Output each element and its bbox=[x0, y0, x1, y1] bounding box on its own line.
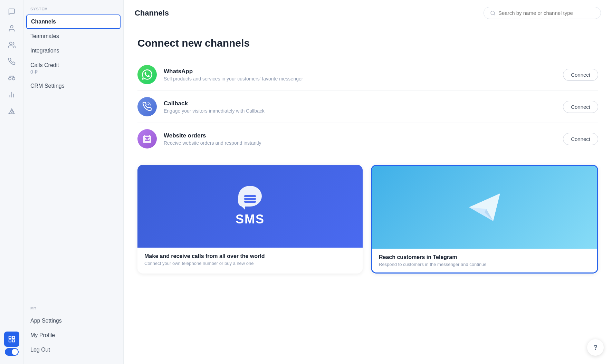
sms-footer-title: Make and receive calls from all over the… bbox=[144, 253, 356, 259]
search-input[interactable] bbox=[498, 10, 594, 16]
contacts-icon[interactable] bbox=[4, 21, 19, 36]
telegram-footer-title: Reach customers in Telegram bbox=[379, 254, 590, 260]
svg-rect-10 bbox=[9, 340, 11, 342]
sms-card-footer: Make and receive calls from all over the… bbox=[137, 248, 363, 271]
channel-item-whatsapp: WhatsApp Sell products and services in y… bbox=[137, 59, 598, 91]
callback-icon bbox=[137, 97, 157, 116]
sidebar-item-calls-credit[interactable]: Calls Credit 0 ₽ bbox=[23, 58, 123, 79]
whatsapp-info: WhatsApp Sell products and services in y… bbox=[164, 68, 556, 82]
svg-point-3 bbox=[12, 77, 15, 80]
left-sidebar: SYSTEM Channels Teammates Integrations C… bbox=[23, 0, 124, 364]
search-box[interactable] bbox=[484, 7, 601, 19]
connect-title: Connect new channels bbox=[137, 37, 598, 49]
telegram-plane-icon bbox=[466, 190, 504, 224]
binoculars-icon[interactable] bbox=[4, 70, 19, 86]
phone-icon[interactable] bbox=[4, 54, 19, 69]
icon-sidebar bbox=[0, 0, 23, 364]
whatsapp-connect-button[interactable]: Connect bbox=[563, 69, 598, 81]
channel-list: WhatsApp Sell products and services in y… bbox=[137, 59, 598, 155]
chat-icon[interactable] bbox=[4, 4, 19, 19]
my-section-label: MY bbox=[23, 306, 123, 314]
website-orders-connect-button[interactable]: Connect bbox=[563, 133, 598, 145]
svg-point-2 bbox=[8, 77, 11, 80]
main-content: Channels Connect new channels WhatsApp bbox=[124, 0, 612, 364]
main-header: Channels bbox=[124, 0, 612, 26]
help-button[interactable]: ? bbox=[587, 339, 604, 356]
sidebar-item-teammates[interactable]: Teammates bbox=[23, 29, 123, 44]
search-icon bbox=[490, 10, 496, 16]
channel-item-website-orders: Website orders Receive website orders an… bbox=[137, 123, 598, 155]
website-orders-desc: Receive website orders and respond insta… bbox=[164, 140, 556, 146]
whatsapp-desc: Sell products and services in your custo… bbox=[164, 76, 556, 82]
callback-name: Callback bbox=[164, 100, 556, 107]
svg-rect-7 bbox=[9, 336, 11, 338]
sidebar-item-log-out[interactable]: Log Out bbox=[23, 343, 123, 357]
website-orders-icon bbox=[137, 129, 157, 149]
settings-icon[interactable] bbox=[4, 332, 19, 347]
sms-bubble-icon bbox=[238, 186, 262, 207]
crown-icon[interactable] bbox=[4, 104, 19, 119]
sidebar-item-integrations[interactable]: Integrations bbox=[23, 44, 123, 58]
svg-marker-13 bbox=[469, 193, 500, 221]
svg-rect-9 bbox=[12, 340, 14, 342]
svg-rect-8 bbox=[12, 336, 14, 338]
channel-item-callback: Callback Engage your visitors immediatel… bbox=[137, 91, 598, 123]
sms-card[interactable]: SMS Make and receive calls from all over… bbox=[137, 165, 363, 274]
svg-point-0 bbox=[10, 26, 13, 28]
callback-connect-button[interactable]: Connect bbox=[563, 101, 598, 113]
toggle-switch[interactable] bbox=[4, 348, 19, 360]
whatsapp-icon bbox=[137, 65, 157, 84]
sidebar-item-my-profile[interactable]: My Profile bbox=[23, 328, 123, 343]
sidebar-item-crm-settings[interactable]: CRM Settings bbox=[23, 79, 123, 93]
cards-row: SMS Make and receive calls from all over… bbox=[137, 165, 598, 274]
telegram-footer-desc: Respond to customers in the messenger an… bbox=[379, 262, 590, 267]
website-orders-info: Website orders Receive website orders an… bbox=[164, 132, 556, 146]
whatsapp-name: WhatsApp bbox=[164, 68, 556, 75]
team-icon[interactable] bbox=[4, 37, 19, 52]
analytics-icon[interactable] bbox=[4, 87, 19, 102]
sms-footer-desc: Connect your own telephone number or buy… bbox=[144, 261, 356, 266]
telegram-card[interactable]: Reach customers in Telegram Respond to c… bbox=[371, 165, 598, 274]
callback-info: Callback Engage your visitors immediatel… bbox=[164, 100, 556, 114]
sidebar-item-channels[interactable]: Channels bbox=[26, 15, 121, 29]
content-area: Connect new channels WhatsApp Sell produ… bbox=[124, 26, 612, 364]
website-orders-name: Website orders bbox=[164, 132, 556, 139]
system-section-label: SYSTEM bbox=[23, 7, 123, 15]
svg-point-1 bbox=[9, 42, 12, 45]
callback-desc: Engage your visitors immediately with Ca… bbox=[164, 108, 556, 114]
sidebar-item-app-settings[interactable]: App Settings bbox=[23, 314, 123, 328]
telegram-card-footer: Reach customers in Telegram Respond to c… bbox=[372, 249, 597, 272]
sms-label: SMS bbox=[236, 212, 265, 227]
svg-line-12 bbox=[494, 14, 495, 15]
page-title: Channels bbox=[135, 9, 169, 18]
